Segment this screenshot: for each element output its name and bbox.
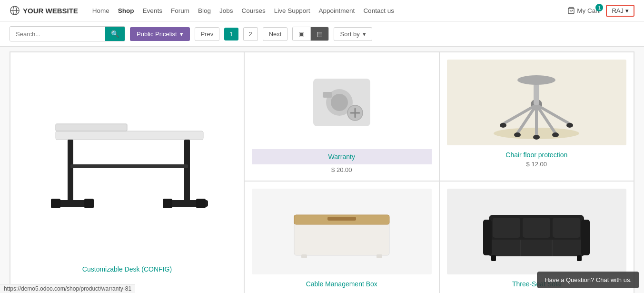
brand[interactable]: YOUR WEBSITE bbox=[10, 5, 78, 16]
list-view-button[interactable]: ▤ bbox=[311, 27, 328, 40]
product-price: $ 20.00 bbox=[331, 166, 352, 173]
chevron-down-icon: ▾ bbox=[180, 30, 183, 38]
svg-rect-40 bbox=[376, 254, 382, 258]
product-name: Customizable Desk (CONFIG) bbox=[82, 265, 172, 273]
chair-image-wrap bbox=[447, 60, 627, 145]
prev-button[interactable]: Prev bbox=[195, 27, 220, 41]
sofa-svg bbox=[479, 201, 594, 263]
svg-rect-7 bbox=[184, 140, 190, 202]
list-icon: ▤ bbox=[317, 30, 323, 38]
product-name: Cable Management Box bbox=[306, 280, 377, 288]
svg-rect-4 bbox=[56, 131, 203, 140]
svg-point-32 bbox=[552, 132, 559, 137]
svg-rect-48 bbox=[577, 255, 582, 261]
svg-point-30 bbox=[514, 132, 521, 137]
sofa-image-wrap bbox=[447, 189, 627, 274]
cart-badge: 1 bbox=[595, 4, 603, 11]
svg-rect-13 bbox=[196, 199, 206, 208]
product-card-cable-management-box[interactable]: Cable Management Box bbox=[244, 181, 439, 293]
svg-point-31 bbox=[533, 135, 540, 140]
user-menu-button[interactable]: RAJ ▾ bbox=[606, 5, 634, 17]
nav-courses[interactable]: Courses bbox=[241, 7, 265, 14]
svg-rect-36 bbox=[294, 220, 389, 255]
brand-name: YOUR WEBSITE bbox=[23, 7, 78, 15]
nav-home[interactable]: Home bbox=[92, 7, 109, 14]
product-card-customizable-desk[interactable]: Customizable Desk (CONFIG) bbox=[10, 52, 244, 293]
chat-widget[interactable]: Have a Question? Chat with us. bbox=[537, 272, 639, 288]
nav-right: My Cart 1 RAJ ▾ bbox=[567, 5, 634, 17]
chevron-down-icon: ▾ bbox=[625, 7, 629, 14]
nav-events[interactable]: Events bbox=[143, 7, 162, 14]
svg-rect-47 bbox=[491, 255, 496, 261]
search-icon: 🔍 bbox=[111, 30, 119, 38]
svg-point-17 bbox=[331, 94, 348, 111]
product-card-chair-floor-protection[interactable]: Chair floor protection $ 12.00 bbox=[439, 52, 634, 181]
svg-point-35 bbox=[517, 75, 555, 85]
chevron-down-icon: ▾ bbox=[363, 30, 366, 38]
desk-svg bbox=[18, 69, 237, 250]
page-1-button[interactable]: 1 bbox=[224, 28, 238, 40]
camera-placeholder-icon bbox=[313, 79, 370, 126]
svg-rect-11 bbox=[84, 199, 94, 208]
svg-rect-38 bbox=[327, 217, 356, 221]
desk-image-wrap bbox=[18, 60, 237, 260]
svg-rect-14 bbox=[70, 164, 188, 168]
svg-rect-46 bbox=[581, 220, 590, 255]
search-wrap: 🔍 bbox=[10, 26, 125, 41]
svg-rect-50 bbox=[523, 218, 550, 238]
svg-rect-12 bbox=[163, 199, 172, 208]
globe-icon bbox=[10, 5, 20, 16]
warranty-name-bg: Warranty bbox=[252, 149, 432, 164]
svg-point-29 bbox=[500, 123, 506, 128]
user-label: RAJ bbox=[612, 7, 624, 14]
product-price: $ 12.00 bbox=[526, 161, 547, 168]
product-name: Warranty bbox=[252, 153, 432, 161]
grid-view-button[interactable]: ▣ bbox=[293, 27, 311, 40]
view-toggle: ▣ ▤ bbox=[292, 27, 329, 41]
nav-appointment[interactable]: Appointment bbox=[319, 7, 355, 14]
svg-rect-18 bbox=[323, 92, 332, 98]
nav-jobs[interactable]: Jobs bbox=[219, 7, 233, 14]
svg-point-33 bbox=[566, 123, 573, 128]
nav-blog[interactable]: Blog bbox=[198, 7, 211, 14]
nav-contact-us[interactable]: Contact us bbox=[363, 7, 394, 14]
navbar: YOUR WEBSITE Home Shop Events Forum Blog… bbox=[0, 0, 644, 21]
chair-svg bbox=[489, 62, 584, 143]
nav-forum[interactable]: Forum bbox=[171, 7, 189, 14]
toolbar: 🔍 Public Pricelist ▾ Prev 1 2 Next ▣ ▤ S… bbox=[0, 21, 644, 47]
nav-shop[interactable]: Shop bbox=[118, 7, 134, 14]
cart-icon bbox=[567, 7, 575, 14]
svg-rect-51 bbox=[553, 218, 580, 238]
svg-rect-6 bbox=[68, 140, 73, 202]
chat-label: Have a Question? Chat with us. bbox=[545, 276, 632, 283]
product-grid: Customizable Desk (CONFIG) Warranty bbox=[10, 51, 634, 293]
status-url: https://demo5.odoo.com/shop/product/warr… bbox=[4, 285, 131, 292]
page-2-button[interactable]: 2 bbox=[243, 27, 258, 41]
search-input[interactable] bbox=[10, 27, 105, 41]
next-button[interactable]: Next bbox=[263, 27, 288, 41]
nav-live-support[interactable]: Live Support bbox=[274, 7, 310, 14]
status-bar: https://demo5.odoo.com/shop/product/warr… bbox=[0, 284, 135, 293]
cable-box-svg bbox=[289, 201, 394, 263]
search-button[interactable]: 🔍 bbox=[105, 27, 125, 41]
grid-icon: ▣ bbox=[298, 30, 305, 38]
sortby-label: Sort by bbox=[340, 30, 359, 38]
svg-rect-45 bbox=[483, 220, 492, 255]
pricelist-button[interactable]: Public Pricelist ▾ bbox=[130, 27, 190, 41]
svg-rect-49 bbox=[493, 218, 520, 238]
product-name: Chair floor protection bbox=[505, 151, 567, 159]
shop-container: Customizable Desk (CONFIG) Warranty bbox=[0, 47, 644, 293]
warranty-image-wrap bbox=[252, 60, 432, 145]
svg-rect-42 bbox=[489, 240, 584, 256]
pricelist-label: Public Pricelist bbox=[137, 30, 177, 38]
svg-rect-39 bbox=[301, 254, 307, 258]
sortby-button[interactable]: Sort by ▾ bbox=[334, 27, 372, 41]
cable-image-wrap bbox=[252, 189, 432, 274]
cart-link[interactable]: My Cart 1 bbox=[567, 7, 599, 14]
nav-links: Home Shop Events Forum Blog Jobs Courses… bbox=[92, 7, 567, 14]
svg-rect-10 bbox=[51, 199, 60, 208]
svg-rect-5 bbox=[56, 124, 127, 131]
product-card-warranty[interactable]: Warranty $ 20.00 bbox=[244, 52, 439, 181]
